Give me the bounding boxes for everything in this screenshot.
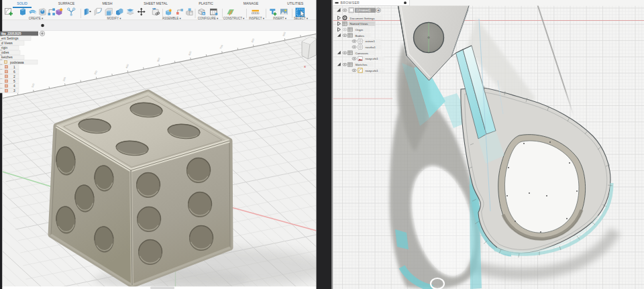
svg-text:nozyczki1: nozyczki1 [366, 69, 379, 72]
svg-text:ASSEMBLE ▾: ASSEMBLE ▾ [162, 17, 182, 20]
svg-text:1: 1 [13, 66, 15, 69]
svg-text:odies: odies [1, 51, 9, 54]
svg-text:⊕: ⊕ [377, 8, 380, 12]
svg-text:(Unsaved): (Unsaved) [356, 9, 371, 12]
svg-text:MANAGE: MANAGE [244, 1, 259, 5]
svg-text:Named Views: Named Views [350, 22, 369, 25]
svg-text:d Views: d Views [1, 42, 13, 45]
svg-text:ent Settings: ent Settings [1, 37, 19, 40]
svg-text:Document Settings: Document Settings [350, 17, 376, 20]
svg-text:UTILITIES: UTILITIES [287, 1, 304, 5]
svg-text:MODIFY ▾: MODIFY ▾ [107, 17, 122, 20]
svg-text:2: 2 [13, 75, 15, 78]
svg-text:3: 3 [13, 89, 15, 93]
svg-text:PLASTIC: PLASTIC [199, 1, 213, 5]
svg-text:CONFIGURE ▾: CONFIGURE ▾ [198, 17, 219, 20]
svg-text:ketches: ketches [1, 56, 13, 59]
svg-text:4: 4 [13, 84, 15, 88]
svg-text:SHEET METAL: SHEET METAL [144, 1, 168, 5]
svg-text:MESH: MESH [103, 1, 113, 5]
svg-text:BROWSER: BROWSER [341, 1, 360, 5]
svg-text:tka_22052025: tka_22052025 [1, 32, 21, 36]
svg-text:Canvases: Canvases [356, 52, 369, 55]
svg-text:ostrze1: ostrze1 [366, 40, 376, 43]
svg-text:6: 6 [13, 70, 15, 74]
svg-text:SURFACE: SURFACE [58, 1, 75, 5]
svg-text:raczka1: raczka1 [366, 46, 376, 49]
svg-text:INSERT ▾: INSERT ▾ [273, 17, 287, 20]
svg-text:rigin: rigin [1, 46, 7, 50]
svg-text:5: 5 [13, 80, 15, 83]
svg-text:Sketches: Sketches [356, 63, 368, 66]
svg-text:SOLID: SOLID [17, 1, 28, 5]
svg-text:CONSTRUCT ▾: CONSTRUCT ▾ [223, 17, 245, 20]
svg-text:podstawa: podstawa [10, 61, 24, 64]
svg-text:CREATE ▾: CREATE ▾ [29, 17, 44, 20]
svg-text:Origin: Origin [356, 28, 364, 32]
svg-text:x: x [304, 64, 306, 68]
svg-text:nozyczki1: nozyczki1 [366, 57, 379, 60]
svg-text:INSPECT ▾: INSPECT ▾ [249, 17, 265, 20]
svg-text:Bodies: Bodies [356, 34, 365, 38]
svg-text:SELECT ▾: SELECT ▾ [294, 17, 309, 20]
